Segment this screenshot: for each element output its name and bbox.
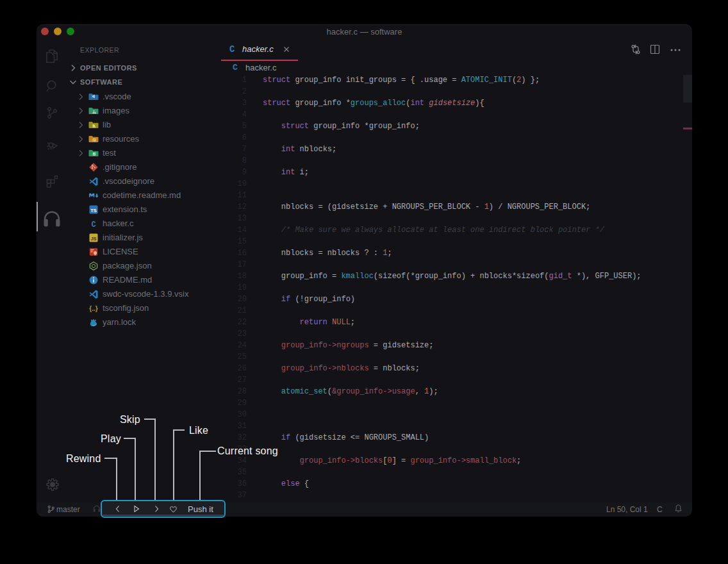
svg-text:{..}: {..} (89, 305, 97, 312)
svg-text:JS: JS (90, 236, 96, 242)
svg-text:C: C (91, 220, 95, 229)
svg-text:TS: TS (90, 208, 97, 213)
